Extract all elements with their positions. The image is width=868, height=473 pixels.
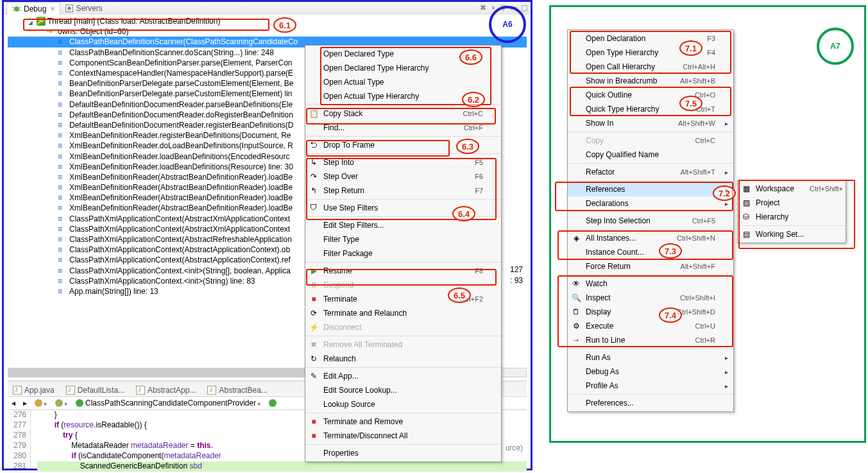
menu-step-into[interactable]: ↳Step IntoF5 (305, 155, 501, 169)
menu-terminate[interactable]: ■TerminateCtrl+F2 (305, 292, 501, 306)
menu-quick-outline[interactable]: Quick OutlineCtrl+O (568, 88, 733, 102)
editor-tab[interactable]: AbstractApp... (136, 386, 196, 395)
menu-filter-package[interactable]: Filter Package (305, 246, 501, 261)
stack-frame-icon (58, 203, 67, 212)
stack-frame-icon (58, 225, 67, 234)
menu-refactor[interactable]: RefactorAlt+Shift+T (568, 165, 733, 179)
menu-drop-to-frame[interactable]: ⮌Drop To Frame (305, 138, 501, 152)
menu-open-declaration[interactable]: Open DeclarationF3 (568, 31, 733, 46)
stack-frame-icon (58, 173, 67, 182)
terminate-icon: ■ (309, 294, 319, 304)
menu-debug-as[interactable]: Debug As (568, 365, 733, 379)
svg-line-4 (19, 10, 21, 11)
menu-filter-type[interactable]: Filter Type (305, 232, 501, 246)
relaunch-icon: ↻ (309, 354, 319, 364)
stack-frame-label: ClassPathXmlApplicationContext.<init>(St… (69, 266, 291, 275)
menu-open-declared-hier[interactable]: Open Declared Type Hierarchy (305, 61, 501, 75)
owns-row[interactable]: owns: Object (id=60) (8, 26, 527, 37)
stack-frame-label: XmlBeanDefinitionReader(AbstractBeanDefi… (69, 203, 293, 212)
debug-view-tabs: Debug Servers ✖ ⚬ ▽ ▭ ▢ (4, 2, 531, 15)
instances-icon: ◈ (571, 233, 581, 243)
menu-icon[interactable]: ▽ (500, 3, 506, 12)
expander-icon[interactable] (28, 18, 35, 25)
menu-terminate-disconnect-all[interactable]: ■Terminate/Disconnect All (305, 429, 501, 443)
editor-tab[interactable]: DefaultLista... (66, 386, 124, 395)
stack-frame-label: ClassPathBeanDefinitionScanner(ClassPath… (69, 37, 298, 46)
remove-icon[interactable]: ✖ (480, 3, 486, 12)
breadcrumb-class[interactable]: ClassPathScanningCandidateComponentProvi… (85, 399, 256, 408)
stack-frame-label: BeanDefinitionParserDelegate.parseCustom… (69, 79, 294, 88)
stack-frame-icon (58, 110, 67, 119)
stack-frame-icon (58, 193, 67, 202)
java-file-icon (66, 386, 75, 395)
minimize-icon[interactable]: ▭ (510, 3, 517, 12)
menu-all-instances[interactable]: ◈All Instances...Ctrl+Shift+N (568, 231, 733, 245)
stack-frame-icon (58, 152, 67, 161)
menu-declarations[interactable]: Declarations (568, 196, 733, 211)
menu-use-step-filters[interactable]: ⛉Use Step Filters (305, 201, 501, 215)
menu-open-call-hier[interactable]: Open Call HierarchyCtrl+Alt+H (568, 60, 733, 74)
menu-properties[interactable]: Properties (305, 446, 501, 460)
thread-row[interactable]: Thread [main] (Class load: AbstractBeanD… (8, 16, 527, 26)
stack-frame-icon (58, 89, 67, 98)
menu-hierarchy[interactable]: ⛁Hierarchy (738, 210, 846, 224)
menu-watch[interactable]: 👁Watch (568, 277, 733, 291)
menu-step-over[interactable]: ↷Step OverF6 (305, 169, 501, 184)
tab-debug[interactable]: Debug (6, 2, 60, 15)
menu-open-actual-hier[interactable]: Open Actual Type Hierarchy (305, 89, 501, 103)
menu-execute[interactable]: ⚙ExecuteCtrl+U (568, 319, 733, 333)
menu-edit-source-lookup[interactable]: Edit Source Lookup... (305, 383, 501, 397)
menu-relaunch[interactable]: ↻Relaunch (305, 352, 501, 366)
menu-terminate-remove[interactable]: ■Terminate and Remove (305, 415, 501, 429)
menu-run-as[interactable]: Run As (568, 350, 733, 365)
watch-icon: 👁 (571, 279, 581, 289)
tab-servers[interactable]: Servers (60, 2, 107, 15)
menu-inspect[interactable]: 🔍InspectCtrl+Shift+I (568, 291, 733, 305)
menu-profile-as[interactable]: Profile As (568, 379, 733, 393)
menu-quick-type-hier[interactable]: Quick Type HierarchyCtrl+T (568, 102, 733, 116)
menu-open-declared-type[interactable]: Open Declared Type (305, 47, 501, 61)
field-icon (46, 27, 55, 36)
menu-show-breadcrumb[interactable]: Show in BreadcrumbAlt+Shift+B (568, 74, 733, 88)
stack-frame-icon (58, 79, 67, 88)
stack-frame-icon (58, 58, 67, 67)
back-icon[interactable]: ◂ (12, 399, 15, 408)
menu-open-actual-type[interactable]: Open Actual Type (305, 75, 501, 89)
menu-edit-step-filters[interactable]: Edit Step Filters... (305, 218, 501, 232)
menu-terminate-relaunch[interactable]: ⟳Terminate and Relaunch (305, 306, 501, 320)
stack-frame-icon (58, 245, 67, 254)
package-icon (35, 399, 42, 407)
menu-edit-app[interactable]: ✎Edit App... (305, 369, 501, 383)
menu-step-return[interactable]: ↰Step ReturnF7 (305, 184, 501, 198)
menu-show-in[interactable]: Show InAlt+Shift+W (568, 116, 733, 130)
menu-run-to-line[interactable]: →Run to LineCtrl+R (568, 333, 733, 347)
editor-tab[interactable]: App.java (13, 386, 55, 395)
menu-copy-qualified[interactable]: Copy Qualified Name (568, 148, 733, 162)
stack-frame-label: ClassPathXmlApplicationContext.<init>(St… (69, 277, 255, 286)
menu-references[interactable]: References (568, 182, 733, 196)
menu-instance-count[interactable]: Instance Count... (568, 245, 733, 259)
menu-project[interactable]: ▨Project (738, 196, 846, 210)
menu-display[interactable]: 🗒DisplayCtrl+Shift+D (568, 305, 733, 319)
stack-frame-label: ContextNamespaceHandler(NamespaceHandler… (69, 69, 293, 78)
menu-preferences[interactable]: Preferences... (568, 396, 733, 410)
stack-frame-label: ComponentScanBeanDefinitionParser.parse(… (69, 58, 293, 67)
breakpoint-icon[interactable]: ⚬ (490, 3, 497, 12)
menu-open-type-hier[interactable]: Open Type HierarchyF4 (568, 46, 733, 60)
svg-line-3 (19, 7, 21, 8)
maximize-icon[interactable]: ▢ (521, 3, 528, 12)
stack-frame-label: XmlBeanDefinitionReader(AbstractBeanDefi… (69, 193, 293, 202)
menu-lookup-source[interactable]: Lookup Source (305, 397, 501, 411)
editor-tab[interactable]: AbstractBea... (207, 386, 267, 395)
menu-working-set[interactable]: ▤Working Set... (738, 227, 846, 241)
menu-force-return[interactable]: Force ReturnAlt+Shift+F (568, 259, 733, 273)
menu-workspace[interactable]: ▦WorkspaceCtrl+Shift+ (738, 182, 846, 196)
menu-find[interactable]: Find...Ctrl+F (305, 121, 501, 135)
stack-frame-icon (58, 100, 67, 109)
close-icon[interactable] (46, 4, 55, 13)
menu-copy-stack[interactable]: 📋Copy StackCtrl+C (305, 107, 501, 121)
fwd-icon[interactable]: ▸ (23, 399, 27, 408)
menu-step-into-sel[interactable]: Step Into SelectionCtrl+F5 (568, 214, 733, 228)
stack-frame-label: XmlBeanDefinitionReader.doLoadBeanDefini… (69, 141, 293, 150)
menu-resume[interactable]: ▶ResumeF8 (305, 264, 501, 278)
